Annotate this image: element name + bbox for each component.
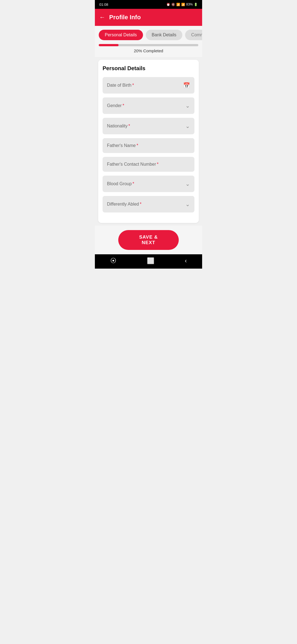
blood-group-label: Blood Group* <box>107 181 134 186</box>
page-title: Profile Info <box>109 14 141 21</box>
signal-icon: 📶 <box>181 3 185 6</box>
app-bar: ← Profile Info <box>95 9 202 26</box>
progress-bar-bg <box>99 44 198 46</box>
back-button[interactable]: ← <box>99 14 105 21</box>
tab-row: Personal Details Bank Details Comm... <box>95 26 202 40</box>
tab-personal-details[interactable]: Personal Details <box>99 30 143 40</box>
status-time: 01:08 <box>99 2 108 7</box>
save-next-button[interactable]: SAVE & NEXT <box>118 230 179 250</box>
section-title: Personal Details <box>103 65 194 72</box>
nationality-field[interactable]: Nationality* ⌄ <box>103 118 194 134</box>
alarm-icon: ⏰ <box>166 3 170 6</box>
gender-field[interactable]: Gender* ⌄ <box>103 97 194 114</box>
recent-apps-icon[interactable]: ⦿ <box>110 257 116 264</box>
gender-label: Gender* <box>107 103 124 108</box>
mute-icon: 🔇 <box>171 3 175 6</box>
differently-abled-field[interactable]: Differently Abled* ⌄ <box>103 196 194 212</box>
progress-container: 20% Completed <box>95 40 202 57</box>
progress-bar-fill <box>99 44 119 46</box>
blood-group-field[interactable]: Blood Group* ⌄ <box>103 176 194 192</box>
nationality-chevron-icon: ⌄ <box>185 123 190 129</box>
back-nav-icon[interactable]: ‹ <box>185 257 187 264</box>
tab-comm[interactable]: Comm... <box>185 30 202 40</box>
required-star: * <box>132 83 134 88</box>
date-of-birth-field[interactable]: Date of Birth* 📅 <box>103 77 194 94</box>
calendar-icon: 📅 <box>183 82 190 89</box>
fathers-name-field[interactable]: Father's Name* <box>103 138 194 153</box>
personal-details-card: Personal Details Date of Birth* 📅 Gender… <box>98 60 199 223</box>
home-icon[interactable]: ⬜ <box>147 257 154 264</box>
status-bar: 01:08 ⏰ 🔇 📶 📶 83% 🔋 <box>95 0 202 9</box>
bottom-nav: ⦿ ⬜ ‹ <box>95 254 202 269</box>
fathers-name-label: Father's Name* <box>107 143 138 148</box>
gender-chevron-icon: ⌄ <box>185 102 190 109</box>
progress-label: 20% Completed <box>99 48 198 53</box>
date-of-birth-label: Date of Birth* <box>107 83 134 88</box>
blood-group-chevron-icon: ⌄ <box>185 181 190 187</box>
fathers-contact-label: Father's Contact Number* <box>107 162 158 167</box>
differently-abled-chevron-icon: ⌄ <box>185 201 190 208</box>
nationality-label: Nationality* <box>107 124 130 129</box>
status-icons: ⏰ 🔇 📶 📶 83% 🔋 <box>166 2 198 6</box>
battery-icon: 🔋 <box>194 3 198 6</box>
fathers-contact-field[interactable]: Father's Contact Number* <box>103 157 194 172</box>
wifi-icon: 📶 <box>176 3 180 6</box>
differently-abled-label: Differently Abled* <box>107 202 141 207</box>
bottom-bar: SAVE & NEXT <box>95 226 202 254</box>
tab-bank-details[interactable]: Bank Details <box>146 30 183 40</box>
battery-text: 83% <box>186 2 193 6</box>
